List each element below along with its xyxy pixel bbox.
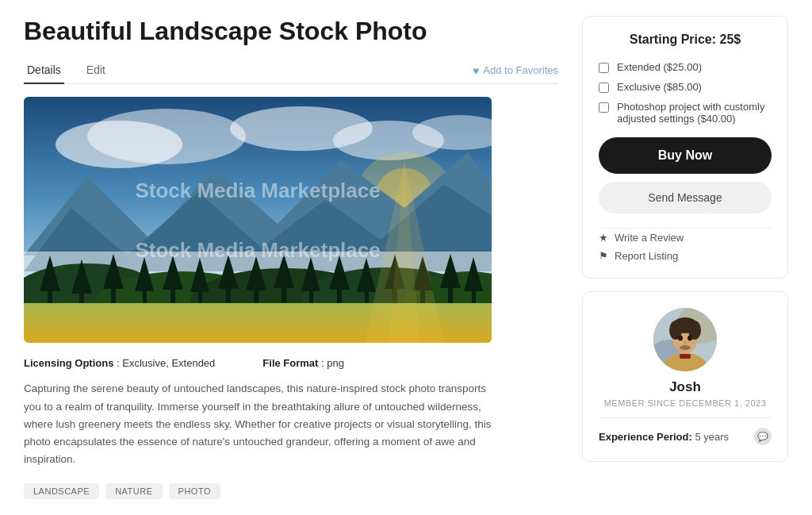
tag-landscape[interactable]: LANDSCAPE: [24, 483, 99, 499]
purchase-card: Starting Price: 25$ Extended ($25.00) Ex…: [582, 16, 788, 279]
page-title: Beautiful Landscape Stock Photo: [24, 16, 558, 46]
seller-since: MEMBER SINCE DECEMBER 1, 2023: [599, 398, 772, 408]
exclusive-checkbox[interactable]: [599, 83, 609, 93]
action-links: ★ Write a Review ⚑ Report Listing: [599, 232, 772, 262]
sidebar: Starting Price: 25$ Extended ($25.00) Ex…: [582, 16, 788, 499]
buy-now-button[interactable]: Buy Now: [599, 137, 772, 174]
report-listing-link[interactable]: ⚑ Report Listing: [599, 250, 772, 262]
meta-row: Licensing Options : Exclusive, Extended …: [24, 357, 558, 369]
seller-card: Josh MEMBER SINCE DECEMBER 1, 2023 Exper…: [582, 291, 788, 462]
seller-avatar[interactable]: [653, 308, 717, 371]
chat-bubble-icon[interactable]: 💬: [754, 428, 772, 445]
send-message-button[interactable]: Send Message: [599, 182, 772, 213]
star-icon: ★: [599, 232, 608, 244]
tab-details[interactable]: Details: [24, 57, 64, 84]
starting-price: Starting Price: 25$: [599, 33, 772, 47]
product-image: Stock Media Marketplace Stock Media Mark…: [24, 97, 492, 343]
file-format: File Format : png: [262, 357, 344, 369]
add-favorites-button[interactable]: ♥ Add to Favorites: [473, 64, 558, 77]
svg-rect-64: [680, 354, 691, 359]
tag-photo[interactable]: PHOTO: [169, 483, 220, 499]
tags-container: LANDSCAPE NATURE PHOTO: [24, 483, 558, 499]
experience-row: Experience Period: 5 years 💬: [599, 417, 772, 445]
svg-point-63: [680, 345, 691, 350]
watermark-top: Stock Media Marketplace: [135, 179, 380, 203]
photoshop-checkbox[interactable]: [599, 102, 609, 113]
chat-icon: 💬: [757, 432, 768, 442]
svg-point-62: [684, 342, 687, 344]
experience-label: Experience Period: 5 years: [599, 431, 729, 443]
main-content: Beautiful Landscape Stock Photo Details …: [24, 16, 558, 499]
product-description: Capturing the serene beauty of untouched…: [24, 380, 492, 468]
svg-point-61: [688, 336, 692, 341]
licensing-options: Licensing Options : Exclusive, Extended: [24, 357, 215, 369]
price-option-extended: Extended ($25.00): [599, 61, 772, 73]
product-image-wrapper: Stock Media Marketplace Stock Media Mark…: [24, 97, 492, 343]
flag-icon: ⚑: [599, 250, 608, 262]
tab-edit[interactable]: Edit: [83, 57, 109, 84]
heart-icon: ♥: [473, 64, 479, 77]
price-options: Extended ($25.00) Exclusive ($85.00) Pho…: [599, 61, 772, 125]
price-option-exclusive: Exclusive ($85.00): [599, 81, 772, 93]
seller-name[interactable]: Josh: [599, 379, 772, 395]
tag-nature[interactable]: NATURE: [105, 483, 162, 499]
price-option-photoshop: Photoshop project with customly adjusted…: [599, 101, 772, 125]
svg-point-60: [678, 336, 683, 341]
watermark-bottom: Stock Media Marketplace: [135, 237, 380, 262]
extended-checkbox[interactable]: [599, 63, 609, 73]
write-review-link[interactable]: ★ Write a Review: [599, 232, 772, 244]
svg-point-2: [87, 109, 246, 164]
tabs-bar: Details Edit ♥ Add to Favorites: [24, 57, 558, 84]
